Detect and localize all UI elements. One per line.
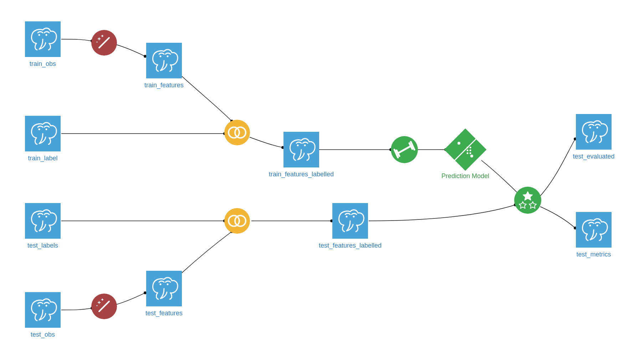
- label-train-features: train_features: [144, 82, 184, 89]
- node-test-features[interactable]: [146, 271, 182, 306]
- node-join-test[interactable]: [224, 208, 250, 234]
- node-test-labels[interactable]: [25, 203, 61, 239]
- node-prepare-test[interactable]: [91, 294, 117, 319]
- node-train-obs[interactable]: [25, 21, 61, 57]
- label-test-features-labelled: test_features_labelled: [319, 242, 382, 249]
- label-train-label: train_label: [28, 155, 57, 162]
- label-test-metrics: test_metrics: [576, 251, 611, 258]
- label-prediction-model: Prediction Model: [441, 172, 489, 180]
- label-train-obs: train_obs: [30, 60, 56, 68]
- svg-point-29: [144, 291, 147, 294]
- node-prediction-model[interactable]: [444, 129, 487, 171]
- node-train-label[interactable]: [25, 116, 61, 151]
- node-test-evaluated[interactable]: [576, 114, 612, 150]
- label-test-features: test_features: [145, 310, 183, 317]
- node-test-metrics[interactable]: [576, 212, 612, 248]
- label-train-features-labelled: train_features_labelled: [269, 171, 334, 178]
- node-prepare-train[interactable]: [91, 30, 117, 56]
- node-train-features-labelled[interactable]: [283, 132, 319, 167]
- label-test-labels: test_labels: [27, 242, 58, 249]
- node-evaluate[interactable]: [514, 187, 541, 214]
- label-test-evaluated: test_evaluated: [573, 153, 614, 160]
- svg-point-50: [514, 187, 541, 214]
- node-test-obs[interactable]: [25, 292, 61, 328]
- node-train-operator[interactable]: [391, 136, 418, 163]
- label-test-obs: test_obs: [31, 331, 55, 338]
- node-test-features-labelled[interactable]: [332, 203, 368, 239]
- node-train-features[interactable]: [146, 43, 182, 78]
- node-join-train[interactable]: [224, 120, 250, 145]
- svg-point-21: [144, 55, 147, 58]
